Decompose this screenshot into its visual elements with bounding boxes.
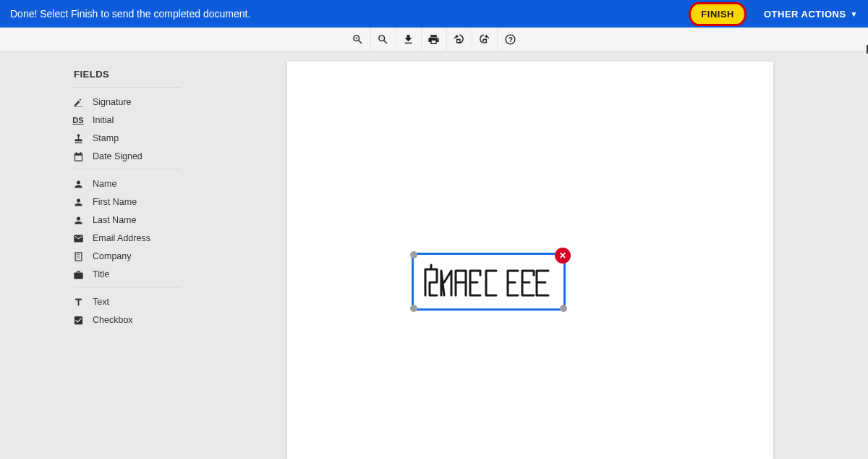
field-label: Date Signed bbox=[93, 151, 142, 161]
help-icon bbox=[504, 33, 516, 46]
field-initial[interactable]: DS Initial bbox=[72, 114, 183, 126]
field-label: Email Address bbox=[93, 233, 150, 243]
date-signed-icon bbox=[72, 151, 84, 162]
divider bbox=[72, 87, 181, 88]
field-label: Text bbox=[93, 297, 109, 307]
initial-icon: DS bbox=[72, 114, 84, 126]
zoom-out-icon bbox=[377, 33, 389, 46]
print-button[interactable] bbox=[422, 28, 447, 51]
document-area: ✕ bbox=[192, 51, 868, 459]
last-name-icon bbox=[72, 214, 84, 226]
rotate-right-button[interactable] bbox=[472, 28, 498, 51]
other-actions-dropdown[interactable]: OTHER ACTIONS ▼ bbox=[764, 9, 858, 20]
resize-handle-br[interactable] bbox=[560, 305, 567, 312]
first-name-icon bbox=[72, 196, 84, 208]
field-label: Checkbox bbox=[93, 315, 133, 325]
download-button[interactable] bbox=[396, 28, 422, 51]
signature-field[interactable]: ✕ bbox=[412, 253, 566, 311]
field-name[interactable]: Name bbox=[72, 178, 183, 190]
field-label: Stamp bbox=[93, 133, 119, 143]
field-checkbox[interactable]: Checkbox bbox=[72, 314, 183, 326]
field-first-name[interactable]: First Name bbox=[72, 196, 183, 208]
field-text[interactable]: Text bbox=[72, 296, 183, 308]
field-label: Initial bbox=[93, 115, 114, 125]
field-label: Name bbox=[93, 179, 116, 189]
divider bbox=[72, 287, 181, 287]
close-icon: ✕ bbox=[559, 250, 566, 261]
rotate-right-icon bbox=[478, 33, 490, 46]
resize-handle-bl[interactable] bbox=[410, 305, 417, 312]
field-label: First Name bbox=[93, 197, 137, 207]
resize-handle-tl[interactable] bbox=[410, 251, 417, 258]
field-label: Company bbox=[93, 251, 132, 261]
document-page[interactable]: ✕ bbox=[287, 62, 773, 459]
text-icon bbox=[72, 296, 84, 308]
finish-button[interactable]: FINISH bbox=[689, 2, 746, 26]
workspace: FIELDS Signature DS Initial Stamp Date S… bbox=[0, 51, 868, 459]
other-actions-label: OTHER ACTIONS bbox=[764, 9, 846, 20]
title-icon bbox=[72, 269, 84, 280]
field-label: Last Name bbox=[93, 215, 136, 225]
divider bbox=[72, 169, 181, 169]
field-company[interactable]: Company bbox=[72, 250, 183, 262]
zoom-out-button[interactable] bbox=[371, 28, 396, 51]
field-label: Signature bbox=[93, 97, 132, 107]
topbar-message: Done! Select Finish to send the complete… bbox=[10, 8, 689, 20]
field-title[interactable]: Title bbox=[72, 269, 183, 280]
chevron-down-icon: ▼ bbox=[851, 10, 858, 18]
stamp-icon bbox=[72, 132, 84, 144]
rotate-left-button[interactable] bbox=[447, 28, 472, 51]
zoom-in-button[interactable] bbox=[346, 28, 371, 51]
email-icon bbox=[72, 232, 84, 244]
rotate-left-icon bbox=[453, 33, 465, 46]
signature-icon bbox=[72, 96, 84, 108]
sidebar-title: FIELDS bbox=[74, 69, 183, 80]
checkbox-icon bbox=[72, 314, 84, 326]
toolbar bbox=[0, 28, 868, 51]
fields-sidebar: FIELDS Signature DS Initial Stamp Date S… bbox=[0, 51, 192, 459]
field-label: Title bbox=[93, 269, 109, 279]
field-signature[interactable]: Signature bbox=[72, 96, 183, 108]
name-icon bbox=[72, 178, 84, 190]
help-button[interactable] bbox=[498, 28, 523, 51]
field-email[interactable]: Email Address bbox=[72, 232, 183, 244]
field-date-signed[interactable]: Date Signed bbox=[72, 151, 183, 162]
field-stamp[interactable]: Stamp bbox=[72, 132, 183, 144]
download-icon bbox=[402, 33, 414, 46]
field-last-name[interactable]: Last Name bbox=[72, 214, 183, 226]
company-icon bbox=[72, 250, 84, 262]
topbar: Done! Select Finish to send the complete… bbox=[0, 0, 868, 28]
zoom-in-icon bbox=[352, 33, 364, 46]
print-icon bbox=[427, 33, 440, 46]
delete-signature-button[interactable]: ✕ bbox=[555, 248, 571, 264]
signature-drawing bbox=[421, 261, 558, 304]
